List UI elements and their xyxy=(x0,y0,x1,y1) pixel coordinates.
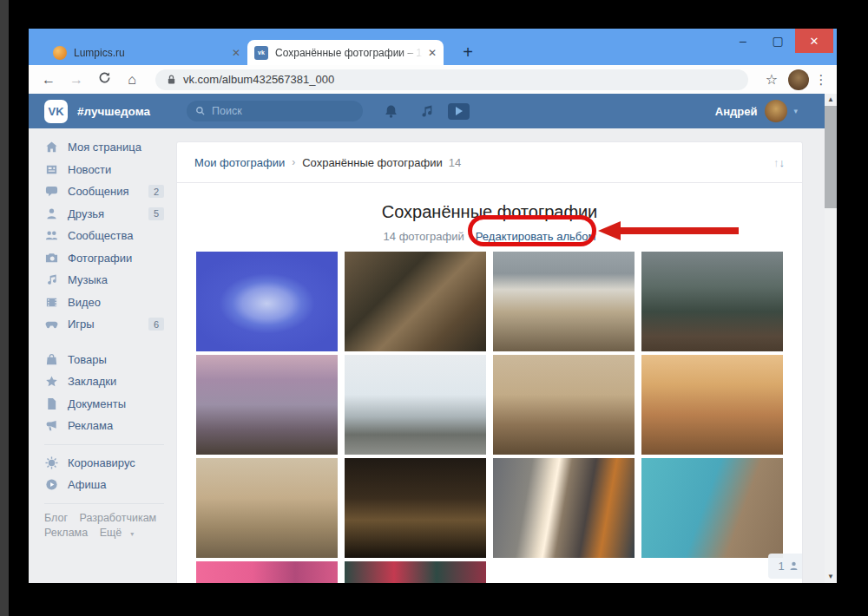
star-icon xyxy=(44,375,59,388)
close-button[interactable]: ✕ xyxy=(795,29,833,53)
vk-hashtag-link[interactable]: #лучшедома xyxy=(77,105,150,118)
screenshot-canvas: Lumpics.ru ✕ vk Сохранённые фотографии –… xyxy=(0,0,868,616)
shopping-bag-icon xyxy=(44,353,59,366)
home-icon[interactable]: ⌂ xyxy=(121,72,143,88)
photo-thumbnail[interactable] xyxy=(345,252,486,351)
sidebar-item-market[interactable]: Товары xyxy=(44,349,176,371)
annotation-arrow-shaft xyxy=(619,227,739,234)
sidebar-item-communities[interactable]: Сообщества xyxy=(44,225,176,247)
sidebar-item-music[interactable]: Музыка xyxy=(44,269,176,292)
sidebar-item-games[interactable]: Игры 6 xyxy=(44,313,176,336)
photo-thumbnail[interactable] xyxy=(493,252,635,351)
user-avatar xyxy=(765,100,787,122)
home-icon xyxy=(44,141,59,154)
tab-close-icon[interactable]: ✕ xyxy=(232,47,240,59)
minimize-button[interactable]: – xyxy=(726,29,760,53)
gamepad-icon xyxy=(44,318,59,331)
photo-thumbnail[interactable] xyxy=(196,355,338,455)
sidebar-item-photos[interactable]: Фотографии xyxy=(44,247,176,270)
search-placeholder: Поиск xyxy=(212,105,242,117)
breadcrumb-my-photos-link[interactable]: Мои фотографии xyxy=(194,156,285,169)
sidebar-item-messages[interactable]: Сообщения 2 xyxy=(44,180,176,203)
photo-thumbnail[interactable] xyxy=(493,355,635,455)
tab-label: Lumpics.ru xyxy=(74,47,227,59)
footer-link-developers[interactable]: Разработчикам xyxy=(80,512,157,524)
visitors-counter-badge: 1 xyxy=(768,554,803,579)
breadcrumb: Мои фотографии › Сохранённые фотографии … xyxy=(177,142,802,183)
maximize-button[interactable]: ▢ xyxy=(760,29,795,53)
film-icon xyxy=(44,296,59,309)
chevron-down-icon: ▾ xyxy=(130,530,134,538)
sidebar-footer-links: Блог Разработчикам Реклама Ещё▾ xyxy=(44,511,176,541)
sidebar-divider xyxy=(44,444,164,445)
browser-titlebar: Lumpics.ru ✕ vk Сохранённые фотографии –… xyxy=(29,29,837,65)
annotation-arrow-head xyxy=(598,221,621,240)
sidebar-item-coronavirus[interactable]: Коронавирус xyxy=(44,452,176,475)
games-badge: 6 xyxy=(148,318,164,331)
address-bar[interactable]: vk.com/album432567381_000 xyxy=(155,69,748,90)
refresh-icon[interactable] xyxy=(93,71,115,88)
sidebar-item-documents[interactable]: Документы xyxy=(44,393,176,416)
music-note-icon xyxy=(44,273,59,286)
sidebar-item-video[interactable]: Видео xyxy=(44,292,176,314)
search-input[interactable]: Поиск xyxy=(187,101,363,121)
sidebar-item-afisha[interactable]: Афиша xyxy=(44,474,176,496)
photo-thumbnail[interactable] xyxy=(345,561,486,583)
newspaper-icon xyxy=(44,163,59,176)
sidebar-item-ads[interactable]: Реклама xyxy=(44,415,176,437)
sidebar-item-bookmarks[interactable]: Закладки xyxy=(44,370,176,393)
chat-bubble-icon xyxy=(44,185,59,198)
virus-icon xyxy=(44,456,59,469)
vk-body: Моя страница Новости Сообщения 2 Друзья xyxy=(29,128,825,583)
tab-close-icon[interactable]: ✕ xyxy=(428,47,437,59)
play-circle-icon xyxy=(44,478,59,491)
footer-link-ads[interactable]: Реклама xyxy=(44,527,88,539)
music-icon[interactable] xyxy=(419,104,434,119)
breadcrumb-separator: › xyxy=(292,156,295,168)
video-clips-icon[interactable] xyxy=(448,103,470,120)
forward-icon[interactable]: → xyxy=(65,72,88,88)
sort-order-icon[interactable]: ↑↓ xyxy=(773,156,785,169)
photo-thumbnail[interactable] xyxy=(641,252,783,351)
scroll-down-icon[interactable]: ▼ xyxy=(827,571,834,583)
tab-lumpics[interactable]: Lumpics.ru ✕ xyxy=(46,40,247,65)
camera-icon xyxy=(44,252,59,265)
megaphone-icon xyxy=(44,419,59,432)
document-icon xyxy=(44,397,59,410)
scroll-up-icon[interactable]: ▲ xyxy=(827,94,834,106)
album-card: Мои фотографии › Сохранённые фотографии … xyxy=(176,141,803,583)
vk-logo[interactable]: VK xyxy=(44,100,68,123)
user-menu[interactable]: Андрей ▾ xyxy=(715,100,798,122)
bookmark-star-icon[interactable]: ☆ xyxy=(760,71,783,88)
browser-toolbar: ← → ⌂ vk.com/album432567381_000 ☆ ⋮ xyxy=(29,65,837,94)
page-scrollbar[interactable]: ▲ ▼ xyxy=(825,94,837,583)
photo-thumbnail[interactable] xyxy=(493,458,635,558)
edit-album-button[interactable]: Редактировать альбом xyxy=(476,230,596,243)
browser-menu-icon[interactable]: ⋮ xyxy=(814,72,828,88)
visitors-count: 1 xyxy=(778,560,784,573)
photo-thumbnail[interactable] xyxy=(345,458,486,558)
sidebar-item-my-page[interactable]: Моя страница xyxy=(44,136,176,159)
tab-vk-album[interactable]: vk Сохранённые фотографии – 14 ✕ xyxy=(247,40,444,65)
tab-label: Сохранённые фотографии – 14 xyxy=(275,47,423,59)
lumpics-favicon-icon xyxy=(53,46,67,60)
notifications-bell-icon[interactable] xyxy=(384,104,398,119)
sidebar-item-news[interactable]: Новости xyxy=(44,159,176,181)
photo-thumbnail[interactable] xyxy=(196,458,338,558)
url-text: vk.com/album432567381_000 xyxy=(183,73,334,86)
footer-link-more[interactable]: Ещё xyxy=(100,527,122,539)
window-controls: – ▢ ✕ xyxy=(726,29,833,53)
photo-thumbnail[interactable] xyxy=(196,561,338,583)
footer-link-blog[interactable]: Блог xyxy=(44,512,68,524)
back-icon[interactable]: ← xyxy=(37,72,60,88)
photo-thumbnail[interactable] xyxy=(345,355,486,455)
photo-thumbnail[interactable] xyxy=(641,355,783,455)
sidebar-item-friends[interactable]: Друзья 5 xyxy=(44,203,176,226)
chevron-down-icon: ▾ xyxy=(793,107,798,115)
scrollbar-thumb[interactable] xyxy=(825,106,837,208)
breadcrumb-current: Сохранённые фотографии xyxy=(302,156,442,169)
photo-thumbnail[interactable] xyxy=(196,252,338,351)
photo-thumbnail[interactable] xyxy=(641,458,783,558)
new-tab-button[interactable]: + xyxy=(456,40,480,64)
browser-profile-avatar[interactable] xyxy=(788,69,809,90)
